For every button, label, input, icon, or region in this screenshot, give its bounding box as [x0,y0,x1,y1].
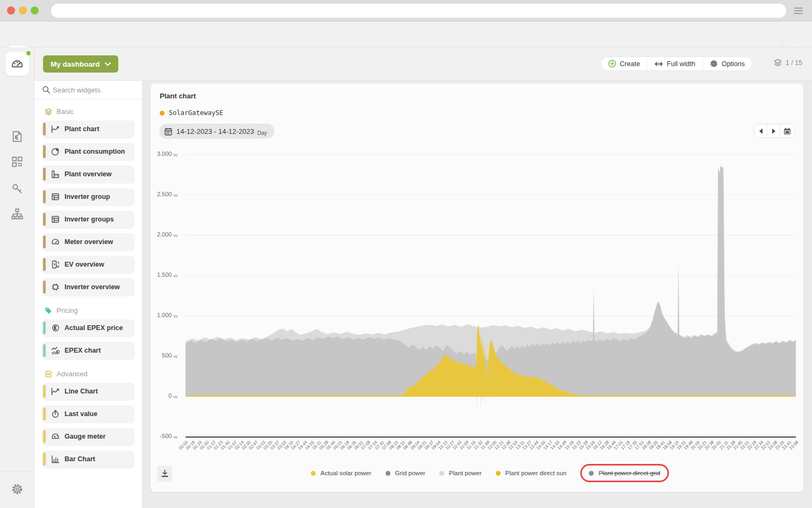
y-tick-label: 500W [134,352,177,359]
full-width-button[interactable]: Full width [647,57,703,70]
widget-item-epex-chart[interactable]: EPEX chart [42,342,134,359]
widget-item-last-value[interactable]: Last value [42,405,134,423]
accent-bar [43,213,46,226]
widget-item-label: Bar Chart [65,455,95,463]
widget-item-gauge-meter[interactable]: Gauge meter [42,428,134,445]
line-chart-icon [48,125,62,133]
address-bar[interactable] [51,4,786,18]
accent-bar [43,385,46,398]
euro-coins-icon [48,324,62,332]
dashboard-selector-button[interactable]: My dashboard [43,55,118,73]
sidebar-item-settings[interactable] [6,478,28,500]
section-title: Advanced [56,370,88,378]
page-indicator-label: 1 / 15 [786,59,802,67]
legend-label: Plant power direct grid [599,470,660,476]
maximize-window-button[interactable] [31,6,39,15]
y-tick-label: 3.000W [134,151,177,157]
y-tick-label: 2.000W [134,231,177,238]
device-legend-chip[interactable]: SolarGatewaySE [160,109,223,117]
toolbar-button-group: Create Full width Options [601,56,752,71]
legend-dot [311,471,316,476]
accent-bar [43,258,46,271]
ev-charger-icon [48,260,62,269]
widget-item-inverter-group[interactable]: Inverter group [42,188,134,205]
speedometer-icon [10,57,24,71]
sidebar-item-widgets[interactable] [6,151,28,173]
chip-icon [48,283,62,291]
download-icon [161,469,169,478]
y-tick-label: -500W [134,433,177,439]
previous-period-button[interactable] [754,124,767,138]
chart-legend: Actual solar powerGrid powerPlant powerP… [311,470,669,476]
accent-bar [43,344,46,357]
power-plant-icon [48,170,62,178]
plus-circle-icon [608,60,616,68]
download-chart-button[interactable] [157,466,172,482]
stacked-blocks-icon [45,370,52,378]
accent-bar [43,190,46,203]
app-header: Embion [0,22,812,47]
legend-dot [496,471,501,476]
sidebar-item-api-keys[interactable] [6,177,28,199]
table-list-icon [48,192,62,201]
stopwatch-icon [48,410,62,418]
widget-item-label: Actual EPEX price [65,324,123,332]
search-input[interactable] [53,83,138,97]
widget-item-inverter-groups[interactable]: Inverter groups [42,211,134,228]
dashboard-toolbar: My dashboard Create Full width [34,47,812,81]
sidebar-item-dashboard[interactable] [5,52,29,76]
grid-squares-icon [11,156,23,168]
plant-chart-plot[interactable] [186,151,796,438]
date-mode-label: Day [258,130,267,136]
minimize-window-button[interactable] [19,6,27,15]
section-title: Basic [56,108,74,116]
widget-item-plant-overview[interactable]: Plant overview [42,166,134,183]
create-button[interactable]: Create [601,57,648,70]
widget-item-actual-epex-price[interactable]: Actual EPEX price [42,319,134,337]
legend-label: Actual solar power [320,470,372,476]
layers-icon [774,59,782,67]
right-triangle-icon [772,128,775,134]
widget-item-plant-chart[interactable]: Plant chart [42,120,134,138]
legend-item-actual-solar-power[interactable]: Actual solar power [311,470,372,476]
legend-item-plant-power-direct-sun[interactable]: Plant power direct sun [496,470,567,476]
widget-item-meter-overview[interactable]: Meter overview [42,233,134,251]
section-header-pricing: Pricing [45,306,78,314]
widget-item-bar-chart[interactable]: Bar Chart [42,450,134,468]
dashboard-page-indicator[interactable]: 1 / 15 [774,59,802,67]
price-chart-icon [48,346,62,355]
widget-item-plant-consumption[interactable]: Plant consumption [42,143,134,160]
calendar-solid-icon [783,127,791,135]
gauge-icon [48,238,62,246]
widget-item-label: Plant chart [65,125,99,133]
options-button[interactable]: Options [703,57,752,70]
y-tick-label: 1.000W [134,312,177,318]
legend-item-grid-power[interactable]: Grid power [386,470,425,476]
accent-bar [43,430,46,443]
horizontal-arrows-icon [654,61,663,67]
device-name-label: SolarGatewaySE [169,109,223,117]
calendar-icon [165,127,172,135]
legend-item-plant-power[interactable]: Plant power [439,470,482,476]
section-header-advanced: Advanced [45,370,88,378]
close-window-button[interactable] [7,6,15,15]
legend-label: Plant power direct sun [505,470,567,476]
sitemap-icon [11,208,23,220]
sidebar-item-invoices[interactable] [6,126,28,147]
accent-bar [43,453,46,466]
widget-item-line-chart[interactable]: Line Chart [42,383,134,400]
legend-dot [589,471,594,476]
sidebar-nav [0,47,34,508]
date-range-picker[interactable]: 14-12-2023 - 14-12-2023 Day [159,124,274,139]
next-period-button[interactable] [767,124,780,138]
browser-menu-icon[interactable] [794,7,803,17]
jump-to-date-button[interactable] [780,124,794,138]
chevron-down-icon [105,62,111,66]
accent-bar [43,235,46,248]
widget-item-inverter-overview[interactable]: Inverter overview [42,278,134,296]
legend-item-plant-power-direct-grid[interactable]: Plant power direct grid [589,470,660,476]
section-header-basic: Basic [45,108,74,116]
sidebar-item-organization[interactable] [6,203,28,225]
widget-item-ev-overview[interactable]: EV overview [42,256,134,273]
annotation-highlight-box: Plant power direct grid [580,464,668,482]
